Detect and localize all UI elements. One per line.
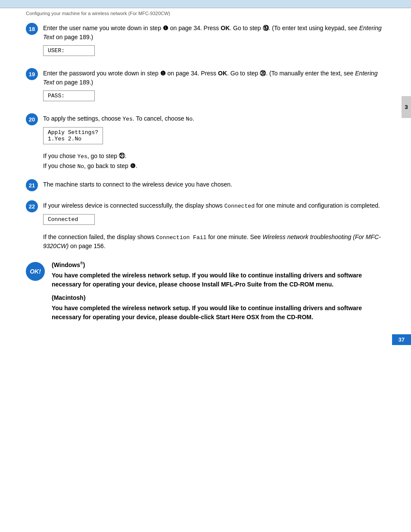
step-18-content: Enter the user name you wrote down in st… bbox=[43, 23, 385, 60]
step-20-extra: If you chose Yes, go to step ㉑. If you c… bbox=[43, 151, 385, 172]
page-number: 37 bbox=[392, 334, 411, 345]
step-18-ok: OK bbox=[221, 25, 230, 31]
step-22-number: 22 bbox=[26, 200, 38, 212]
step-18-lcd: USER: bbox=[43, 45, 95, 56]
step-20-block: 20 To apply the settings, choose Yes. To… bbox=[26, 113, 385, 171]
page-content: 3 18 Enter the user name you wrote down … bbox=[0, 19, 411, 353]
step-22-text: If your wireless device is connected suc… bbox=[43, 201, 385, 211]
step-19-content: Enter the password you wrote down in ste… bbox=[43, 68, 385, 106]
ok-badge-label: OK! bbox=[30, 268, 41, 275]
step-20-extra-no: No bbox=[77, 163, 84, 170]
step-20-no: No bbox=[186, 116, 193, 122]
step-22-fail-italic: Wireless network troubleshooting (For MF… bbox=[43, 233, 381, 250]
ok-content: (Windows®) You have completed the wirele… bbox=[52, 261, 385, 327]
step-19-ref2: ⑳ bbox=[260, 70, 266, 77]
step-22-lcd: Connected bbox=[43, 214, 95, 225]
step-18-ref1: ❶ bbox=[163, 25, 168, 31]
step-20-yes: Yes bbox=[122, 116, 132, 122]
step-19-block: 19 Enter the password you wrote down in … bbox=[26, 68, 385, 106]
step-21-block: 21 The machine starts to connect to the … bbox=[26, 179, 385, 193]
step-22-content: If your wireless device is connected suc… bbox=[43, 200, 385, 251]
step-22-connected: Connected bbox=[224, 203, 255, 209]
step-19-number: 19 bbox=[26, 68, 38, 80]
step-22-fail-code: Connection Fail bbox=[156, 234, 206, 241]
ok-windows-text: You have completed the wireless network … bbox=[52, 271, 385, 289]
step-18-block: 18 Enter the user name you wrote down in… bbox=[26, 23, 385, 60]
step-20-number: 20 bbox=[26, 113, 38, 125]
breadcrumb: Configuring your machine for a wireless … bbox=[0, 8, 411, 19]
step-22-fail: If the connection failed, the display sh… bbox=[43, 233, 385, 251]
chapter-tab: 3 bbox=[402, 96, 411, 118]
step-20-text: To apply the settings, choose Yes. To ca… bbox=[43, 114, 385, 124]
step-21-number: 21 bbox=[26, 179, 38, 191]
step-20-extra-step1: ㉑ bbox=[119, 152, 125, 159]
step-19-italic: Entering Text bbox=[43, 70, 377, 86]
step-18-italic: Entering Text bbox=[43, 25, 382, 40]
ok-mac-text: You have completed the wireless network … bbox=[52, 304, 385, 322]
step-20-extra-step2: ❻ bbox=[130, 162, 136, 169]
step-20-extra-line1: If you chose Yes, go to step ㉑. bbox=[43, 151, 385, 162]
ok-windows-label: (Windows®) bbox=[52, 261, 385, 268]
step-19-ref1: ❶ bbox=[160, 70, 166, 77]
step-19-lcd: PASS: bbox=[43, 90, 95, 101]
step-20-content: To apply the settings, choose Yes. To ca… bbox=[43, 113, 385, 171]
top-bar bbox=[0, 0, 411, 8]
step-18-number: 18 bbox=[26, 23, 38, 35]
step-19-text: Enter the password you wrote down in ste… bbox=[43, 69, 385, 87]
step-20-extra-yes: Yes bbox=[77, 153, 87, 160]
ok-badge: OK! bbox=[26, 262, 45, 281]
step-18-text: Enter the user name you wrote down in st… bbox=[43, 24, 385, 42]
ok-mac-label: (Macintosh) bbox=[52, 294, 385, 301]
step-19-ok: OK bbox=[218, 70, 227, 77]
step-22-block: 22 If your wireless device is connected … bbox=[26, 200, 385, 251]
ok-section: OK! (Windows®) You have completed the wi… bbox=[26, 261, 385, 327]
step-21-text: The machine starts to connect to the wir… bbox=[43, 180, 385, 189]
step-18-ref2: ⑲ bbox=[263, 25, 269, 31]
step-20-extra-line2: If you chose No, go back to step ❻. bbox=[43, 161, 385, 171]
step-21-content: The machine starts to connect to the wir… bbox=[43, 179, 385, 193]
step-20-lcd: Apply Settings?1.Yes 2.No bbox=[43, 127, 103, 144]
